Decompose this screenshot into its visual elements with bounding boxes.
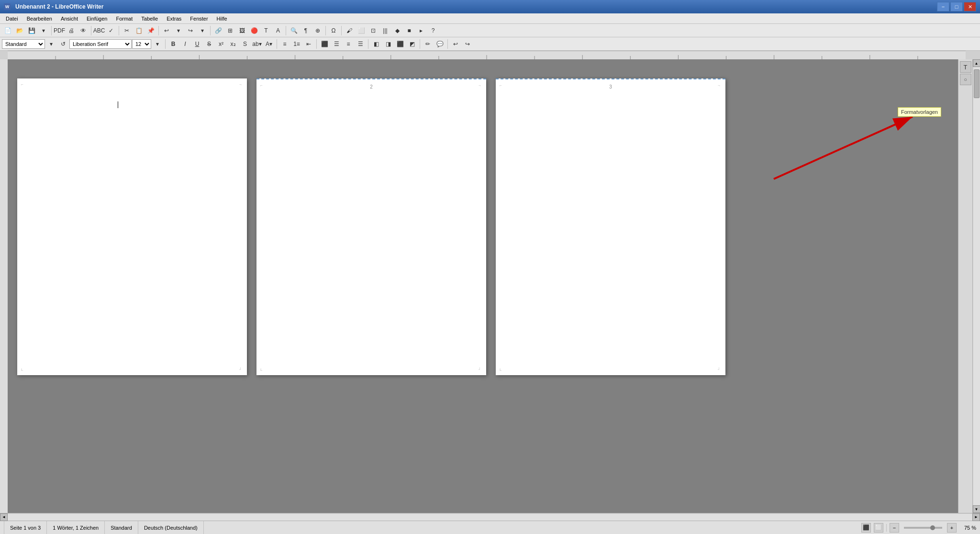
- style-dropdown[interactable]: ▾: [45, 39, 57, 49]
- image-button[interactable]: 🖼: [236, 25, 248, 36]
- maximize-button[interactable]: □: [950, 2, 963, 11]
- comment-button[interactable]: 💬: [434, 39, 445, 49]
- navigator-button[interactable]: ⊡: [368, 25, 379, 36]
- color-button[interactable]: ■: [403, 25, 415, 36]
- fmt-sep-3: [316, 39, 317, 49]
- underline-button[interactable]: U: [191, 39, 203, 49]
- italic-button[interactable]: I: [179, 39, 191, 49]
- separator-5: [210, 26, 211, 35]
- char-color-dropdown[interactable]: A▾: [263, 39, 275, 49]
- drawfunc-button[interactable]: 🔴: [248, 25, 260, 36]
- undo-format-button[interactable]: ↩: [450, 39, 461, 49]
- help-button[interactable]: ?: [427, 25, 439, 36]
- strikethrough-button[interactable]: S: [203, 39, 215, 49]
- sidebar-icon-2[interactable]: ○: [960, 74, 971, 85]
- copy-button[interactable]: 📋: [133, 25, 145, 36]
- special-char-button[interactable]: Ω: [328, 25, 339, 36]
- ordered-list-button[interactable]: 1≡: [291, 39, 302, 49]
- redo-button[interactable]: ↪: [185, 25, 196, 36]
- table-button[interactable]: ⊞: [224, 25, 236, 36]
- menu-hilfe[interactable]: Hilfe: [213, 15, 231, 22]
- view-web-button[interactable]: ⬜: [874, 523, 883, 533]
- horizontal-scrollbar[interactable]: ◄ ►: [0, 513, 980, 521]
- decrease-indent-button[interactable]: ⇤: [303, 39, 314, 49]
- scroll-thumb[interactable]: [974, 69, 980, 98]
- undo-button[interactable]: ↩: [161, 25, 172, 36]
- menu-einfuegen[interactable]: Einfügen: [83, 15, 111, 22]
- menu-datei[interactable]: Datei: [2, 15, 22, 22]
- document-area[interactable]: ⌐ ¬ L ┘ ⌐ ¬ L ┘ 2 ⌐ ¬ L ┘ 3: [8, 59, 958, 513]
- subscript-button[interactable]: x₂: [227, 39, 239, 49]
- superscript-button[interactable]: x²: [215, 39, 227, 49]
- redo-format-button[interactable]: ↪: [462, 39, 473, 49]
- save-as-button[interactable]: ▾: [38, 25, 49, 36]
- size-increment-button[interactable]: ▾: [152, 39, 163, 49]
- frame-button[interactable]: ⬜: [356, 25, 367, 36]
- menu-tabelle[interactable]: Tabelle: [137, 15, 162, 22]
- vertical-scrollbar[interactable]: ▲ ▼: [972, 59, 980, 513]
- autocomplete-button[interactable]: ✓: [105, 25, 117, 36]
- align-right-button[interactable]: ≡: [343, 39, 354, 49]
- hyperlink-button[interactable]: 🔗: [212, 25, 224, 36]
- menu-format[interactable]: Format: [112, 15, 136, 22]
- undo-dropdown[interactable]: ▾: [173, 25, 184, 36]
- open-button[interactable]: 📂: [14, 25, 25, 36]
- track-changes-button[interactable]: ✏: [422, 39, 434, 49]
- corner-tr-2: ¬: [479, 83, 482, 87]
- style-update-button[interactable]: ↺: [57, 39, 69, 49]
- print-preview-button[interactable]: 👁: [78, 25, 89, 36]
- sidebar-icon-1[interactable]: T: [960, 61, 971, 73]
- align-left-button[interactable]: ⬛: [319, 39, 330, 49]
- title-bar-controls[interactable]: − □ ✕: [937, 2, 976, 11]
- paste-button[interactable]: 📌: [145, 25, 156, 36]
- minimize-button[interactable]: −: [937, 2, 949, 11]
- font-name-select[interactable]: Liberation Serif: [69, 39, 132, 49]
- draw-button[interactable]: ◆: [391, 25, 403, 36]
- copy-format-button[interactable]: 🖌: [344, 25, 355, 36]
- font-size-select[interactable]: 12: [132, 39, 151, 49]
- nonprinting-button[interactable]: ¶: [300, 25, 312, 36]
- find-button[interactable]: 🔍: [288, 25, 300, 36]
- background-button[interactable]: ◩: [406, 39, 418, 49]
- textbox-button[interactable]: T: [260, 25, 272, 36]
- pdf-button[interactable]: PDF: [54, 25, 65, 36]
- horiz-scroll-track[interactable]: [8, 514, 972, 521]
- zoom-button[interactable]: ⊕: [312, 25, 323, 36]
- zoom-out-button[interactable]: −: [890, 523, 899, 533]
- shadow-button[interactable]: S: [239, 39, 251, 49]
- scroll-right-button[interactable]: ►: [972, 513, 980, 521]
- zoom-thumb[interactable]: [930, 525, 935, 530]
- col-left-button[interactable]: ◧: [370, 39, 382, 49]
- scroll-down-button[interactable]: ▼: [973, 505, 980, 513]
- spelling-button[interactable]: ABC: [93, 25, 105, 36]
- fontwork-button[interactable]: A: [272, 25, 284, 36]
- cut-button[interactable]: ✂: [121, 25, 133, 36]
- menu-extras[interactable]: Extras: [163, 15, 185, 22]
- zoom-in-button[interactable]: +: [947, 523, 957, 533]
- align-center-button[interactable]: ☰: [331, 39, 342, 49]
- bold-button[interactable]: B: [167, 39, 179, 49]
- menu-bearbeiten[interactable]: Bearbeiten: [23, 15, 56, 22]
- menu-ansicht[interactable]: Ansicht: [57, 15, 82, 22]
- corner-br-1: ┘: [239, 367, 243, 371]
- menu-fenster[interactable]: Fenster: [186, 15, 212, 22]
- save-button[interactable]: 💾: [26, 25, 37, 36]
- scroll-track[interactable]: [973, 67, 980, 505]
- borders-button[interactable]: ⬛: [394, 39, 406, 49]
- zoom-slider[interactable]: [904, 527, 942, 529]
- col-right-button[interactable]: ◨: [382, 39, 394, 49]
- sidebar-button[interactable]: |||: [379, 25, 391, 36]
- close-button[interactable]: ✕: [964, 2, 976, 11]
- new-button[interactable]: 📄: [2, 25, 13, 36]
- scroll-left-button[interactable]: ◄: [0, 513, 8, 521]
- print-button[interactable]: 🖨: [66, 25, 77, 36]
- paragraph-style-select[interactable]: Standard: [2, 39, 45, 49]
- justify-button[interactable]: ☰: [355, 39, 366, 49]
- redo-dropdown[interactable]: ▾: [197, 25, 208, 36]
- char-highlight-dropdown[interactable]: ab▾: [251, 39, 263, 49]
- unordered-list-button[interactable]: ≡: [279, 39, 290, 49]
- view-normal-button[interactable]: ⬛: [861, 523, 871, 533]
- scroll-up-button[interactable]: ▲: [973, 59, 980, 67]
- more-button[interactable]: ▸: [415, 25, 427, 36]
- main-area: ⌐ ¬ L ┘ ⌐ ¬ L ┘ 2 ⌐ ¬ L ┘ 3: [0, 59, 980, 513]
